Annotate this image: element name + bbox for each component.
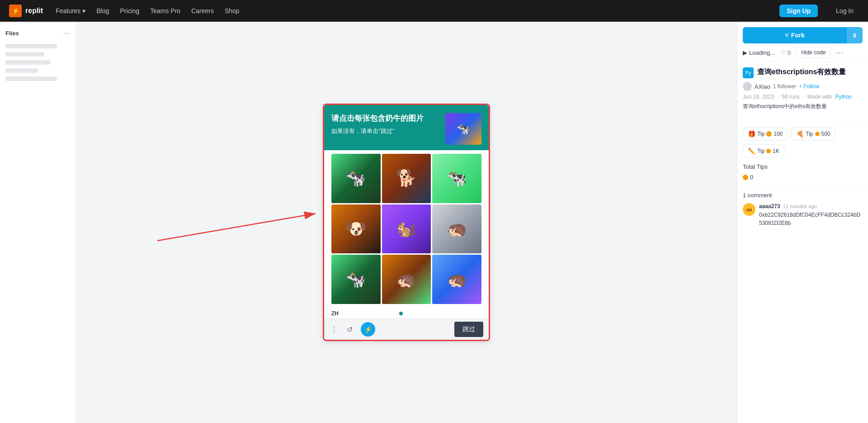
nav-links: Features ▾ Blog Pricing Teams Pro Career… xyxy=(56,7,240,14)
tip-500-coin xyxy=(815,132,820,136)
comment-body: aaaa273 11 minutes ago 0xb22C92618dDfC04… xyxy=(759,203,863,227)
loading-button[interactable]: ▶ Loading... xyxy=(743,49,775,56)
comment-author[interactable]: aaaa273 xyxy=(759,203,780,209)
tip-1k-button[interactable]: ✏️ Tip 1K xyxy=(743,144,784,158)
tip-100-button[interactable]: 🎁 Tip 100 xyxy=(743,127,788,141)
tip-100-coin xyxy=(766,131,772,137)
total-tips-value: 0 xyxy=(743,174,863,181)
repl-meta: Jun 19, 2023 · 58 runs · Made with Pytho… xyxy=(743,94,863,100)
heart-icon: ♡ xyxy=(780,49,786,56)
action-bar: ▶ Loading... ♡ 0 Hide code ⋯ xyxy=(737,43,868,62)
captcha-bottom-bar: ZH xyxy=(331,308,481,318)
captcha-cell-7[interactable]: 🦔 xyxy=(382,255,431,304)
nav-features[interactable]: Features ▾ xyxy=(56,7,85,14)
comment-avatar: aa xyxy=(743,203,755,216)
tips-row: 🎁 Tip 100 🍕 Tip 500 ✏️ Tip 1K xyxy=(743,127,863,158)
fork-label: Fork xyxy=(791,32,805,39)
login-button[interactable]: Log In xyxy=(830,5,859,17)
repl-author-row: AXiao 1 follower + Follow xyxy=(743,82,863,91)
captcha-controls: ⋮ ↺ ⚡ 跳过 xyxy=(324,318,489,340)
captcha-grid: 🐄 🐕 🐄 🐶 🐿️ 🦔 🐄 xyxy=(331,154,481,304)
repl-language-icon: Py xyxy=(743,67,754,78)
comment-time: 11 minutes ago xyxy=(783,204,817,209)
sidebar-header: Files ⋯ xyxy=(5,29,70,38)
captcha-skip-button[interactable]: 跳过 xyxy=(454,322,483,337)
logo[interactable]: ⚡ replit xyxy=(9,5,43,17)
more-options-button[interactable]: ⋯ xyxy=(836,48,843,57)
captcha-refresh-button[interactable]: ↺ xyxy=(346,324,354,335)
captcha-lang: ZH xyxy=(331,310,339,317)
author-avatar xyxy=(743,82,752,91)
main-layout: Files ⋯ xyxy=(0,22,868,423)
sidebar-menu-icon[interactable]: ⋯ xyxy=(63,29,70,38)
nav-blog[interactable]: Blog xyxy=(96,7,109,14)
captcha-header: 请点击每张包含奶牛的图片 如果没有，请单击"跳过" 🐄 xyxy=(324,105,489,150)
repl-description: 查询ethscriptions中的eths有效数量 xyxy=(743,103,863,110)
tip-500-button[interactable]: 🍕 Tip 500 xyxy=(791,127,835,141)
replit-logo-icon: ⚡ xyxy=(9,5,22,17)
repl-title-row: Py 查询ethscriptions有效数量 xyxy=(743,67,863,78)
total-tips-coin xyxy=(743,175,748,180)
captcha-progress-dot xyxy=(399,312,403,315)
sidebar-skeleton-1 xyxy=(5,44,57,48)
fork-button[interactable]: ⑂ Fork 8 xyxy=(743,27,863,43)
total-tips-label: Total Tips xyxy=(743,163,863,170)
captcha-cell-5[interactable]: 🦔 xyxy=(432,204,481,254)
fork-count: 8 xyxy=(847,28,863,43)
comment-row: aa aaaa273 11 minutes ago 0xb22C92618dDf… xyxy=(743,203,863,227)
comments-section: 1 comment aa aaaa273 11 minutes ago 0xb2… xyxy=(737,186,868,233)
sidebar-skeleton-4 xyxy=(5,68,38,73)
captcha-logo-icon: ⚡ xyxy=(361,322,375,337)
sidebar: Files ⋯ xyxy=(0,22,76,423)
captcha-cell-1[interactable]: 🐕 xyxy=(382,154,431,203)
right-panel: ⑂ Fork 8 ▶ Loading... ♡ 0 Hide code ⋯ Py xyxy=(737,22,868,423)
play-icon: ▶ xyxy=(743,49,747,56)
tip-1k-coin xyxy=(766,149,771,153)
arrow-annotation xyxy=(157,209,329,247)
tip-500-icon: 🍕 xyxy=(796,130,804,138)
captcha-widget: 请点击每张包含奶牛的图片 如果没有，请单击"跳过" 🐄 🐄 🐕 🐄 xyxy=(323,104,490,341)
nav-careers[interactable]: Careers xyxy=(191,7,214,14)
captcha-header-image: 🐄 xyxy=(445,113,481,145)
captcha-cell-0[interactable]: 🐄 xyxy=(331,154,381,203)
captcha-menu-button[interactable]: ⋮ xyxy=(330,324,339,335)
comment-header: aaaa273 11 minutes ago xyxy=(759,203,863,209)
main-content: 请点击每张包含奶牛的图片 如果没有，请单击"跳过" 🐄 🐄 🐕 🐄 xyxy=(76,22,737,423)
like-button[interactable]: ♡ 0 xyxy=(780,49,791,56)
fork-icon: ⑂ xyxy=(785,32,788,39)
captcha-title: 请点击每张包含奶牛的图片 xyxy=(331,113,445,124)
chevron-down-icon: ▾ xyxy=(82,7,85,14)
sidebar-skeleton-5 xyxy=(5,76,57,81)
captcha-subtitle: 如果没有，请单击"跳过" xyxy=(331,127,445,135)
follower-count: 1 follower xyxy=(773,83,796,90)
nav-teams-pro[interactable]: Teams Pro xyxy=(150,7,180,14)
captcha-cell-6[interactable]: 🐄 xyxy=(331,255,381,304)
repl-title: 查询ethscriptions有效数量 xyxy=(757,67,846,77)
sidebar-title: Files xyxy=(5,30,19,37)
captcha-cell-8[interactable]: 🦔 xyxy=(432,255,481,304)
svg-line-1 xyxy=(157,214,316,241)
comment-text: 0xb22C92618dDfC04EcFF4dDBCc324bD53081D2E… xyxy=(759,211,863,227)
language-link[interactable]: Python xyxy=(835,94,852,100)
navbar: ⚡ replit Features ▾ Blog Pricing Teams P… xyxy=(0,0,868,22)
captcha-cell-4[interactable]: 🐿️ xyxy=(382,204,431,254)
follow-button[interactable]: + Follow xyxy=(799,83,819,90)
captcha-cell-2[interactable]: 🐄 xyxy=(432,154,481,203)
captcha-cell-3[interactable]: 🐶 xyxy=(331,204,381,254)
tip-1k-icon: ✏️ xyxy=(748,147,755,155)
hide-code-button[interactable]: Hide code xyxy=(796,47,830,58)
sidebar-skeleton-3 xyxy=(5,60,51,65)
sidebar-skeleton-2 xyxy=(5,52,44,57)
tip-100-icon: 🎁 xyxy=(748,130,755,138)
nav-shop[interactable]: Shop xyxy=(225,7,240,14)
signup-button[interactable]: Sign Up xyxy=(779,5,818,17)
author-name[interactable]: AXiao xyxy=(755,83,770,90)
nav-pricing[interactable]: Pricing xyxy=(120,7,139,14)
repl-info: Py 查询ethscriptions有效数量 AXiao 1 follower … xyxy=(737,62,868,121)
logo-text: replit xyxy=(25,7,43,15)
tips-section: 🎁 Tip 100 🍕 Tip 500 ✏️ Tip 1K xyxy=(737,121,868,186)
comment-count: 1 comment xyxy=(743,192,863,199)
